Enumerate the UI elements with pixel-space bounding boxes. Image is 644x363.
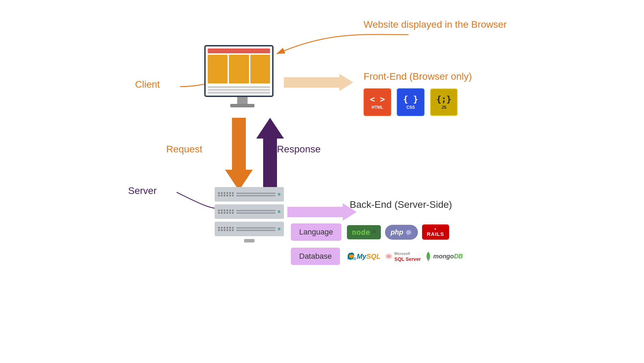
monitor-screen xyxy=(204,45,274,97)
language-pill: Language xyxy=(291,223,341,241)
language-logos: node JS php ● RAILS xyxy=(347,224,449,240)
css-icon: { } CSS xyxy=(397,88,424,116)
mysql-logo: MySQL MySQL xyxy=(346,251,381,262)
response-label: Response xyxy=(277,144,321,155)
svg-text:MySQL: MySQL xyxy=(347,257,356,260)
sqlserver-logo: Microsoft SQL Server xyxy=(385,250,421,262)
database-pill: Database xyxy=(291,248,340,265)
diagram: Website displayed in the Browser Client … xyxy=(0,0,644,363)
php-logo: php xyxy=(385,225,418,240)
request-arrow xyxy=(225,118,253,192)
request-label: Request xyxy=(166,144,202,155)
backend-label: Back-End (Server-Side) xyxy=(350,199,452,210)
frontend-arrow xyxy=(284,72,353,94)
arrows-svg xyxy=(0,0,644,363)
client-label: Client xyxy=(135,79,160,90)
frontend-tech-icons: < > HTML { } CSS {;} JS xyxy=(364,88,458,116)
language-row: Language node JS php xyxy=(291,223,463,241)
nodejs-logo: node JS xyxy=(347,225,381,239)
database-row: Database MySQL MySQL xyxy=(291,248,463,265)
svg-marker-5 xyxy=(287,203,357,221)
response-arrow xyxy=(256,118,284,192)
server-rack-icon xyxy=(215,187,284,242)
website-browser-label: Website displayed in the Browser xyxy=(364,19,507,30)
html-icon: < > HTML xyxy=(364,88,391,116)
backend-arrow xyxy=(287,202,357,224)
database-logos: MySQL MySQL Microsoft SQL Server xyxy=(346,250,463,262)
svg-marker-3 xyxy=(225,118,253,191)
mongodb-logo: mongoDB xyxy=(425,251,463,262)
js-icon: {;} JS xyxy=(430,88,458,116)
monitor-icon xyxy=(204,45,280,114)
svg-marker-2 xyxy=(284,74,353,91)
rails-logo: ● RAILS xyxy=(422,224,449,240)
frontend-label: Front-End (Browser only) xyxy=(364,71,472,82)
server-label: Server xyxy=(128,185,156,196)
backend-tech-section: Language node JS php xyxy=(291,223,463,265)
